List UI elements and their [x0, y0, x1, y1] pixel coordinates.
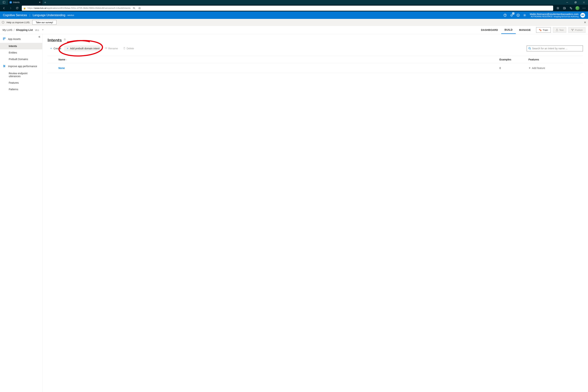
site-lock-icon[interactable]: 🔒	[23, 7, 26, 10]
svg-line-44	[530, 49, 531, 50]
table-row[interactable]: None 0 Add feature	[48, 63, 583, 73]
test-icon	[556, 29, 558, 31]
add-feature-button[interactable]: Add feature	[528, 66, 583, 70]
sidebar: App Assets Intents Entities Prebuilt Dom…	[0, 34, 42, 392]
tab-manage[interactable]: MANAGE	[516, 26, 534, 34]
cognitive-services-link[interactable]: Cognitive Services	[3, 14, 27, 17]
breadcrumb-version: V0.1	[35, 29, 39, 31]
svg-point-23	[518, 15, 518, 15]
intents-table: Name↑ Examples Features None 0 Add featu…	[48, 56, 583, 73]
browser-navbar: 🔒 https://www.luis.ai/applications/d9106…	[0, 5, 588, 12]
sidebar-item-prebuilt[interactable]: Prebuilt Domains	[0, 56, 42, 62]
profile-avatar[interactable]	[574, 6, 580, 11]
header-separator: |	[30, 14, 30, 17]
svg-point-43	[529, 47, 530, 49]
collections-icon[interactable]	[562, 6, 567, 11]
breadcrumb-root[interactable]: My LUIS	[2, 28, 12, 32]
tab-dashboard[interactable]: DASHBOARD	[478, 26, 501, 34]
search-icon	[528, 47, 531, 50]
nav-forward-button[interactable]	[8, 6, 14, 11]
svg-rect-0	[3, 1, 5, 4]
svg-point-15	[570, 7, 571, 8]
help-icon[interactable]	[502, 12, 508, 18]
url-bar[interactable]: 🔒 https://www.luis.ai/applications/d9106…	[22, 6, 553, 11]
banner-text: Help us improve LUIS.	[6, 21, 30, 24]
create-button[interactable]: ＋ Create	[48, 45, 63, 51]
rename-icon	[105, 47, 107, 50]
region-label: - westus	[66, 14, 74, 16]
sort-asc-icon: ↑	[66, 58, 67, 61]
favorites-bar-icon[interactable]	[555, 6, 561, 11]
version-dropdown-icon[interactable]	[42, 28, 44, 32]
intent-link[interactable]: None	[58, 66, 500, 70]
svg-point-40	[4, 66, 4, 67]
col-features[interactable]: Features	[528, 58, 583, 61]
train-icon	[539, 29, 542, 32]
svg-point-25	[524, 15, 525, 16]
settings-icon[interactable]	[522, 12, 528, 18]
sidebar-item-intents[interactable]: Intents	[0, 43, 42, 49]
svg-rect-33	[4, 38, 6, 39]
sidebar-item-review[interactable]: Review endpoint utterances	[0, 70, 42, 80]
info-icon: i	[2, 21, 4, 24]
app-bar: My LUIS / Shopping List V0.1 DASHBOARD B…	[0, 26, 588, 34]
zoom-icon[interactable]	[132, 6, 136, 10]
sidebar-collapse-icon[interactable]	[38, 36, 40, 39]
trash-icon	[123, 47, 126, 50]
notifications-icon[interactable]: 2	[508, 12, 515, 18]
window-maximize-icon[interactable]	[571, 0, 580, 5]
language-understanding-link[interactable]: Language Understanding	[33, 14, 65, 17]
tab-actions-icon[interactable]	[0, 0, 8, 5]
intent-search-input[interactable]	[532, 47, 581, 50]
delete-button: Delete	[121, 46, 136, 51]
train-button[interactable]: Train	[536, 27, 550, 33]
assets-icon	[3, 38, 6, 41]
window-minimize-icon[interactable]	[563, 0, 571, 5]
add-prebuilt-domain-intent-button[interactable]: ＋ Add prebuilt domain intent	[64, 45, 102, 51]
test-button: Test	[553, 27, 566, 33]
svg-point-21	[505, 16, 505, 16]
banner-close-icon[interactable]: ✕	[584, 21, 586, 24]
col-examples[interactable]: Examples	[500, 58, 528, 61]
user-avatar[interactable]: MR	[580, 13, 585, 18]
survey-banner: i Help us improve LUIS. Take our survey!…	[0, 19, 588, 26]
svg-rect-4	[575, 2, 576, 3]
svg-rect-29	[572, 29, 572, 30]
user-email[interactable]: Malte.Reimann@studentambassadors.com	[530, 13, 578, 16]
intent-search[interactable]	[527, 46, 583, 51]
sidebar-item-entities[interactable]: Entities	[0, 49, 42, 56]
publish-button: Publish	[568, 27, 586, 33]
svg-rect-30	[573, 29, 574, 30]
browser-tab-active[interactable]: ● Intents ✕	[8, 0, 42, 5]
svg-point-19	[585, 8, 586, 8]
profile-sync-icon[interactable]	[568, 6, 574, 11]
browser-titlebar: ● Intents ✕ ＋	[0, 0, 588, 5]
svg-point-16	[571, 8, 572, 9]
svg-rect-34	[3, 39, 4, 40]
col-name[interactable]: Name↑	[58, 58, 500, 61]
sidebar-item-features[interactable]: Features	[0, 80, 42, 86]
tab-build[interactable]: BUILD	[501, 26, 516, 34]
plus-icon	[528, 67, 531, 69]
nav-refresh-button[interactable]	[14, 6, 20, 11]
page-help-icon[interactable]: ?	[63, 38, 66, 41]
sidebar-item-patterns[interactable]: Patterns	[0, 86, 42, 92]
take-survey-button[interactable]: Take our survey!	[32, 20, 56, 25]
svg-point-18	[584, 8, 584, 8]
luis-favicon: ●	[10, 1, 12, 4]
sidebar-group-assets: App Assets	[0, 35, 42, 43]
url-favorite-icon[interactable]	[138, 6, 142, 10]
svg-rect-31	[572, 30, 573, 31]
browser-menu-icon[interactable]	[581, 6, 587, 11]
tab-close-icon[interactable]: ✕	[39, 1, 41, 4]
plus-icon: ＋	[66, 47, 69, 50]
url-text: https://www.luis.ai/applications/d9106da…	[28, 7, 131, 10]
window-close-icon[interactable]	[580, 0, 588, 5]
new-tab-button[interactable]: ＋	[42, 0, 48, 5]
feedback-icon[interactable]	[515, 12, 522, 18]
svg-point-27	[540, 30, 541, 31]
nav-back-button[interactable]	[1, 6, 7, 11]
svg-point-22	[517, 14, 520, 16]
notification-badge: 2	[512, 12, 514, 14]
breadcrumb: My LUIS / Shopping List V0.1	[2, 28, 44, 32]
